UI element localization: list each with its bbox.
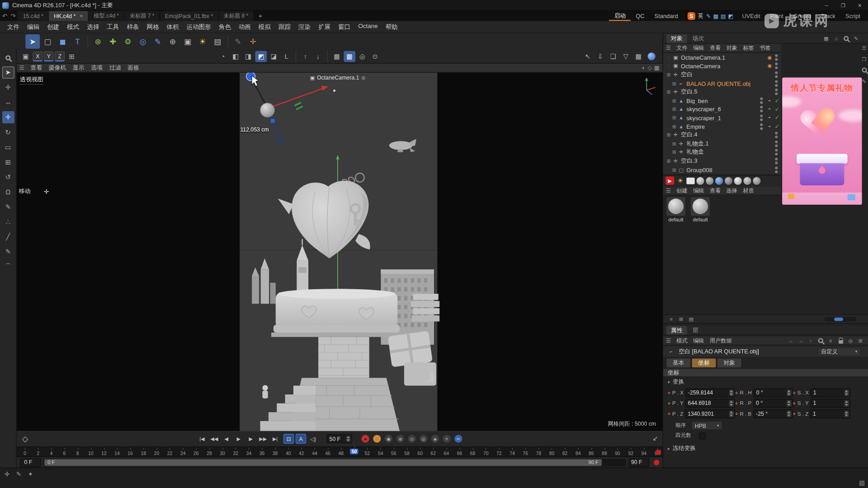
ime-keyboard-icon[interactable]: ▦ [713, 13, 718, 19]
quantize-grid-button[interactable]: ▦ [344, 51, 355, 62]
metal-material-icon[interactable] [725, 177, 732, 184]
coord-input-px[interactable]: -259.8144 [685, 388, 735, 397]
expand-icon[interactable]: ⊞ [671, 150, 678, 155]
live-selection-tool[interactable]: ➤ [25, 34, 40, 49]
coordinates-section-header[interactable]: 坐标 [663, 369, 868, 377]
make-editable-button[interactable]: L [281, 51, 292, 62]
visibility-dots[interactable] [760, 123, 763, 126]
record-pla-button[interactable]: ◈ [431, 434, 440, 443]
phong-tag-icon[interactable]: ◓ [766, 123, 773, 130]
specular-material-icon[interactable] [715, 177, 723, 184]
color-dots-tool[interactable]: ∴ [2, 216, 14, 228]
attr-lock-icon[interactable] [837, 337, 844, 344]
keyframe-icon[interactable]: ◆ [735, 411, 738, 416]
quaternion-checkbox[interactable] [699, 432, 706, 439]
phong-tag-icon[interactable]: ◓ [766, 106, 773, 113]
save-layout-icon[interactable]: ▽ [620, 51, 632, 62]
menubar-item[interactable]: 帮助 [382, 23, 401, 31]
next-key-button[interactable]: ▶▶ [257, 434, 268, 444]
interactive-render-button[interactable]: ◩ [255, 51, 267, 62]
layout-switch-item[interactable]: 启动 [609, 11, 631, 21]
object-row[interactable]: ⊞ ✛ 礼物盒.1 [663, 139, 781, 148]
om-menu-grip-icon[interactable]: ☰ [663, 45, 674, 51]
object-row[interactable]: ⊞ ✛ 空白.4 [663, 131, 781, 139]
torus-spline-button[interactable]: ◎ [136, 34, 150, 49]
add-keyframe-icon[interactable]: ✛ [5, 471, 9, 478]
item-dot-icon[interactable]: · [665, 63, 672, 69]
phong-tag-icon[interactable]: ◓ [766, 97, 773, 104]
arc-tool[interactable]: ⌒ [2, 261, 14, 273]
transform-tool[interactable]: ⊞ [2, 156, 14, 168]
knife-tool[interactable]: ╱ [2, 231, 14, 243]
panel-tab[interactable]: 层 [688, 326, 703, 335]
menubar-item[interactable]: Octane [354, 23, 382, 31]
glossy-material-icon[interactable] [706, 177, 713, 184]
keyframe-selection-button[interactable]: ◉ [384, 434, 393, 443]
x-lock-button[interactable]: X [33, 52, 42, 61]
enabled-check-icon[interactable]: ✓ [775, 123, 779, 129]
object-row[interactable]: · ▣ OctaneCamera ◉ [663, 62, 781, 70]
octane-logo-icon[interactable]: ▶ [665, 177, 675, 185]
viewport-menu-grip-icon[interactable]: ☰ [17, 65, 27, 70]
layout-tab[interactable]: Paint [766, 11, 788, 21]
order-dropdown[interactable]: HPB▾ [691, 421, 722, 430]
current-frame-marker[interactable]: 50 [350, 449, 359, 454]
section-tab[interactable]: 坐标 [692, 358, 716, 367]
layer-row-icon[interactable]: ▤ [688, 315, 695, 323]
pen-tool[interactable]: ✎ [2, 246, 14, 258]
object-row[interactable]: ⊞ ▲ skyscraper_6 ◓✓ [663, 105, 781, 113]
render-settings-button[interactable]: ◨ [242, 51, 254, 62]
layer-slider[interactable] [824, 317, 856, 321]
record-indicator-icon[interactable] [654, 460, 659, 465]
viewport-display-icon[interactable]: ◐ [642, 65, 645, 70]
menubar-item[interactable]: 模拟 [255, 23, 274, 31]
workplane-snap-button[interactable]: ⊙ [369, 51, 381, 62]
dopesheet-icon[interactable]: ✦ [28, 471, 33, 478]
preview-range-bar[interactable]: 0 F 90 F [44, 459, 602, 466]
menubar-item[interactable]: 渲染 [294, 23, 314, 31]
frame-selection-tool[interactable]: ▢ [40, 34, 55, 49]
menubar-item[interactable]: 样条 [123, 23, 143, 31]
attr-new-icon[interactable]: ◎ [847, 337, 854, 344]
range-max-field[interactable]: 90 F [628, 458, 650, 467]
visibility-dots[interactable] [760, 114, 763, 117]
visibility-dots[interactable] [775, 166, 778, 169]
material-menu-item[interactable]: 材质 [740, 187, 757, 194]
layout-tab[interactable]: Track [816, 11, 840, 21]
menubar-item[interactable]: 动画 [235, 23, 255, 31]
select-arrow-tool[interactable]: ➤ [2, 66, 14, 79]
menubar-item[interactable]: 窗口 [335, 23, 354, 31]
record-rotation-button[interactable]: ◎ [419, 434, 428, 443]
visibility-dots[interactable] [775, 149, 778, 152]
coord-input-py[interactable]: 644.6918 [685, 399, 735, 408]
ime-language-toggle[interactable]: 英 [698, 12, 703, 20]
marquee-select-tool[interactable]: ▭ [2, 141, 14, 153]
object-row[interactable]: ⊞ ▲ Big_ben ◓✓ [663, 96, 781, 105]
coord-input-pz[interactable]: 1340.9201 [685, 409, 735, 418]
material-menu-grip-icon[interactable]: ☰ [663, 188, 674, 193]
attr-up-icon[interactable]: ↑ [807, 337, 814, 344]
visibility-dots[interactable] [760, 106, 763, 108]
attr-menu-item[interactable]: 用户数据 [707, 337, 735, 344]
expand-icon[interactable]: ⊞ [671, 107, 678, 112]
expand-icon[interactable]: ⊞ [671, 80, 678, 86]
keyframe-icon[interactable]: ◆ [668, 390, 671, 395]
coord-input-rb[interactable]: -25 ° [753, 409, 793, 418]
octane-ball-icon[interactable] [646, 51, 657, 62]
menubar-item[interactable]: 体积 [163, 23, 183, 31]
visibility-dots[interactable] [775, 132, 778, 135]
om-menu-item[interactable]: 标签 [740, 44, 757, 52]
sound-toggle[interactable]: ◁) [308, 434, 318, 444]
menubar-item[interactable]: 角色 [215, 23, 235, 31]
menubar-item[interactable]: 创建 [43, 23, 63, 31]
keyframe-icon[interactable]: ◆ [793, 401, 796, 405]
object-row[interactable]: ⊞ ✛ 空白.5 [663, 88, 781, 96]
viewport-toggle-icon[interactable]: ▣ [20, 51, 32, 62]
coord-input-sz[interactable]: 1 [810, 409, 850, 418]
menubar-item[interactable]: 跟踪 [274, 23, 294, 31]
object-row[interactable]: ⊞ ✛ 礼物盒 [663, 148, 781, 157]
panel-edit-icon[interactable]: ✎ [860, 77, 868, 84]
material-menu-item[interactable]: 编辑 [690, 187, 707, 194]
layout-tab[interactable]: Script [841, 11, 864, 21]
ime-pen-icon[interactable]: ✎ [706, 13, 711, 19]
